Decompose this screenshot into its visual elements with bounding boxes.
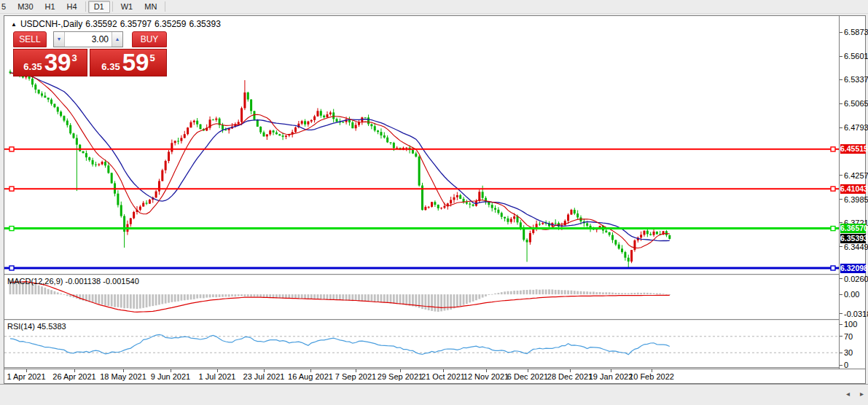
ohlc-low: 6.35259 — [155, 19, 186, 29]
price-axis-label: 6.34490 — [844, 243, 868, 251]
buy-button[interactable]: BUY — [132, 31, 167, 47]
chart-window: ▲USDCNH-,Daily6.355926.357976.352596.353… — [4, 15, 866, 384]
toolbar-separator — [112, 1, 113, 12]
macd-panel[interactable]: MACD(12,26,9) -0.001138 -0.001540 — [4, 275, 839, 319]
date-axis-label: 29 Sep 2021 — [378, 372, 423, 381]
rsi-axis-tick — [840, 353, 842, 353]
macd-axis-tick — [840, 313, 842, 314]
price-axis-tick — [840, 56, 842, 57]
macd-axis-label: 0.00 — [844, 290, 859, 299]
rsi-axis-tick — [840, 365, 842, 366]
date-axis-label: 6 Dec 2021 — [507, 372, 548, 381]
line-handle[interactable] — [9, 147, 14, 152]
macd-axis-label: 0.02607 — [844, 275, 868, 283]
chart-tab-bar: ◂ ▸ — [0, 384, 868, 402]
date-axis-label: 26 Apr 2021 — [52, 372, 95, 381]
timeframe-button-d1[interactable]: D1 — [88, 1, 110, 13]
timeframe-button-5[interactable]: 5 — [0, 1, 12, 13]
sell-price-pips: 39 — [44, 52, 71, 74]
rsi-axis-tick — [840, 336, 842, 337]
volume-stepper: ▼ ▲ — [53, 31, 123, 47]
line-handle[interactable] — [831, 186, 835, 191]
price-badge: 6.45515 — [840, 144, 866, 154]
price-badge: 6.41043 — [840, 184, 866, 194]
price-axis-tick — [840, 175, 842, 176]
toolbar-separator — [85, 1, 86, 12]
date-axis-label: 28 Dec 2021 — [547, 372, 593, 381]
buy-price-point: 5 — [149, 52, 155, 63]
price-badge: 6.36570 — [840, 224, 866, 233]
price-axis-label: 6.50650 — [844, 99, 868, 108]
toolbar-separator — [165, 1, 165, 12]
collapse-indicator-icon[interactable]: ▲ — [11, 21, 17, 28]
mt4-terminal: { "app": { "toolbar": { "timeframes": [ … — [0, 0, 868, 405]
price-axis-label: 6.56010 — [844, 52, 868, 60]
date-axis: 1 Apr 202126 Apr 202118 May 20219 Jun 20… — [4, 369, 865, 383]
tab-scroll-left-icon[interactable]: ◂ — [846, 390, 850, 398]
timeframe-button-w1[interactable]: W1 — [115, 1, 139, 13]
volume-decrease-button[interactable]: ▼ — [54, 32, 65, 47]
date-axis-label: 21 Oct 2021 — [421, 372, 465, 381]
timeframe-button-h4[interactable]: H4 — [61, 1, 83, 13]
line-handle[interactable] — [831, 266, 835, 270]
rsi-canvas[interactable] — [4, 321, 839, 367]
chart-title: ▲USDCNH-,Daily6.355926.357976.352596.353… — [11, 19, 224, 29]
date-axis-label: 12 Nov 2021 — [464, 372, 509, 381]
date-axis-label: 16 Aug 2021 — [288, 372, 333, 381]
buy-price-prefix: 6.35 — [101, 61, 120, 72]
sell-price-point: 3 — [71, 52, 77, 63]
date-axis-label: 10 Feb 2022 — [629, 372, 674, 381]
date-axis-label: 9 Jun 2021 — [151, 372, 190, 381]
price-axis-tick — [840, 32, 842, 33]
price-axis-label: 6.47930 — [844, 123, 868, 132]
rsi-label: RSI(14) 45.5383 — [7, 322, 66, 331]
rsi-axis-label: 70 — [844, 332, 853, 341]
date-axis-label: 18 May 2021 — [100, 372, 146, 381]
price-badge: 6.35393 — [840, 234, 866, 243]
chart-symbol-label: USDCNH-,Daily — [20, 19, 82, 29]
rsi-axis-tick — [840, 324, 842, 325]
line-handle[interactable] — [9, 186, 14, 191]
macd-label: MACD(12,26,9) -0.001138 -0.001540 — [7, 277, 139, 286]
price-badge: 6.32098 — [840, 264, 866, 273]
sell-price-prefix: 6.35 — [23, 61, 42, 72]
buy-price-display[interactable]: 6.35595 — [90, 49, 167, 76]
buy-price-pips: 59 — [122, 52, 149, 74]
macd-axis-tick — [840, 278, 842, 279]
price-axis-tick — [840, 199, 842, 200]
line-handle[interactable] — [831, 227, 835, 231]
date-axis-label: 19 Jan 2022 — [589, 372, 633, 381]
volume-increase-button[interactable]: ▲ — [112, 32, 122, 47]
candles-group — [9, 70, 671, 268]
price-axis-label: 6.58730 — [844, 28, 868, 36]
rsi-panel[interactable]: RSI(14) 45.5383 — [4, 321, 839, 367]
timeframe-button-mn[interactable]: MN — [138, 1, 163, 13]
line-handle[interactable] — [831, 147, 835, 152]
timeframe-toolbar: 5M30H1H4D1W1MN — [0, 0, 868, 14]
timeframe-button-h1[interactable]: H1 — [39, 1, 61, 13]
line-handle[interactable] — [9, 227, 14, 231]
ohlc-close: 6.35393 — [189, 19, 220, 29]
tab-scroll-right-icon[interactable]: ▸ — [860, 390, 864, 398]
rsi-axis-label: 100 — [844, 320, 857, 329]
date-axis-label: 7 Sep 2021 — [335, 372, 376, 381]
line-handle[interactable] — [9, 266, 14, 270]
volume-input[interactable] — [65, 32, 112, 47]
macd-axis-label: -0.03187 — [844, 310, 868, 318]
sell-button[interactable]: SELL — [13, 31, 47, 47]
one-click-trading-panel: SELL ▼ ▲ BUY 6.35393 6.35595 — [13, 31, 167, 76]
ohlc-open: 6.35592 — [85, 19, 117, 29]
price-axis: 6.587306.560106.533706.506506.479306.425… — [839, 16, 865, 369]
price-axis-tick — [840, 127, 842, 128]
price-axis-label: 6.39850 — [844, 195, 868, 204]
date-axis-label: 1 Jul 2021 — [199, 372, 236, 381]
price-axis-tick — [840, 103, 842, 104]
date-axis-label: 23 Jul 2021 — [243, 372, 285, 381]
sell-price-display[interactable]: 6.35393 — [13, 49, 87, 76]
moving-averages-group — [10, 73, 670, 248]
price-axis-tick — [840, 246, 842, 247]
date-axis-label: 1 Apr 2021 — [7, 372, 45, 381]
timeframe-button-m30[interactable]: M30 — [12, 1, 39, 13]
status-strip — [0, 402, 868, 405]
rsi-axis-label: 30 — [844, 348, 853, 357]
